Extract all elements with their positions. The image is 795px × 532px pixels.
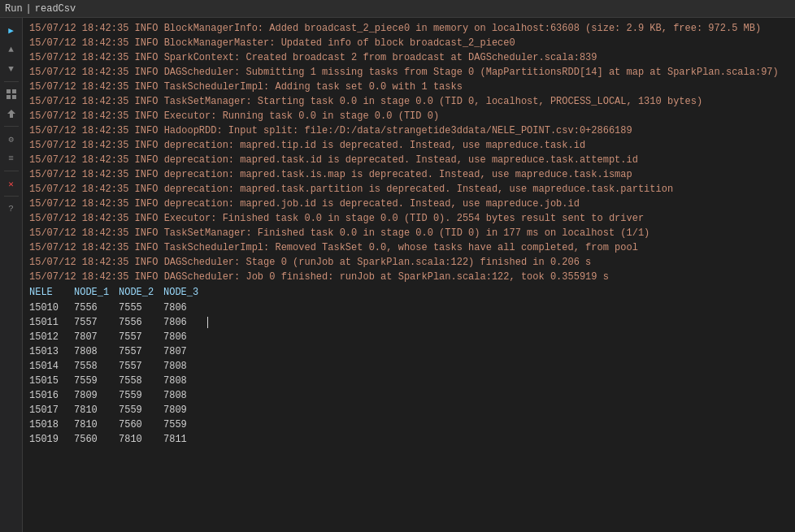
table-row: 15013780875577807 [29, 344, 788, 359]
table-cell: 7560 [119, 417, 163, 432]
table-row: 15018781075607559 [29, 417, 788, 432]
log-line: 15/07/12 18:42:35 INFO DAGScheduler: Job… [23, 270, 795, 284]
table-cell: 7808 [74, 344, 119, 359]
table-cell: 7807 [74, 330, 119, 344]
svg-marker-4 [7, 110, 15, 118]
table-cell: 7808 [163, 374, 208, 388]
log-line: 15/07/12 18:42:35 INFO DAGScheduler: Sta… [23, 255, 795, 270]
table-cell: 7808 [163, 359, 208, 374]
left-toolbar: ▶ ▲ ▼ ⚙ ≡ ✕ ? [0, 18, 23, 532]
table-header: NELENODE_1NODE_2NODE_3 [29, 284, 788, 301]
arrow-up-icon[interactable]: ▲ [2, 41, 20, 58]
table-cell: 15016 [29, 388, 74, 403]
table-cell: 7559 [119, 388, 163, 403]
import-icon[interactable] [2, 105, 20, 123]
table-cell: 7806 [163, 301, 208, 315]
title-separator: | [26, 3, 32, 15]
table-cell: 15013 [29, 344, 74, 359]
table-cell: 15015 [29, 374, 74, 388]
table-cell: 15018 [29, 417, 74, 432]
table-cell: 7558 [74, 359, 119, 374]
title-filename: readCsv [35, 3, 76, 15]
title-text: Run [5, 3, 23, 15]
table-header-cell: NODE_1 [74, 284, 119, 301]
log-line: 15/07/12 18:42:35 INFO TaskSetManager: F… [23, 226, 795, 240]
table-cell: 7808 [163, 388, 208, 403]
question-icon[interactable]: ? [2, 200, 20, 218]
table-cell: 7807 [163, 344, 208, 359]
data-table: NELENODE_1NODE_2NODE_3 15010755675557806… [29, 284, 788, 447]
table-cell: 7558 [119, 374, 163, 388]
table-cell: 7810 [74, 417, 119, 432]
log-line: 15/07/12 18:42:35 INFO deprecation: mapr… [23, 167, 795, 182]
table-cell: 7557 [119, 344, 163, 359]
table-row: 15014755875577808 [29, 359, 788, 374]
table-row: 15011755775567806 [29, 315, 788, 330]
table-cell: 7557 [119, 359, 163, 374]
close-icon[interactable]: ✕ [2, 175, 20, 192]
log-line: 15/07/12 18:42:35 INFO deprecation: mapr… [23, 138, 795, 153]
table-cell: 7809 [74, 388, 119, 403]
log-line: 15/07/12 18:42:35 INFO deprecation: mapr… [23, 182, 795, 197]
log-lines: 15/07/12 18:42:35 INFO BlockManagerInfo:… [23, 21, 795, 284]
settings-icon[interactable]: ⚙ [2, 130, 20, 148]
log-line: 15/07/12 18:42:35 INFO BlockManagerInfo:… [23, 21, 795, 36]
menu-icon[interactable]: ≡ [2, 149, 20, 167]
table-cell: 15010 [29, 301, 74, 315]
table-cell: 7806 [163, 315, 208, 330]
svg-rect-3 [12, 95, 16, 99]
svg-rect-1 [12, 89, 16, 93]
table-cell: 15012 [29, 330, 74, 344]
toolbar-separator-2 [4, 126, 19, 127]
log-line: 15/07/12 18:42:35 INFO TaskSetManager: S… [23, 94, 795, 109]
log-line: 15/07/12 18:42:35 INFO Executor: Finishe… [23, 211, 795, 226]
toolbar-separator-1 [4, 81, 19, 82]
table-area: NELENODE_1NODE_2NODE_3 15010755675557806… [23, 284, 795, 447]
table-cell: 7556 [119, 315, 163, 330]
table-header-cell: NODE_3 [163, 284, 208, 301]
log-line: 15/07/12 18:42:35 INFO BlockManagerMaste… [23, 36, 795, 50]
grid-icon[interactable] [2, 85, 20, 103]
log-line: 15/07/12 18:42:35 INFO deprecation: mapr… [23, 153, 795, 167]
table-cell: 7556 [74, 301, 119, 315]
main-layout: ▶ ▲ ▼ ⚙ ≡ ✕ ? 15/07/12 18:42:35 INFO Blo… [0, 18, 795, 532]
table-cell: 15017 [29, 403, 74, 417]
svg-rect-2 [7, 95, 11, 99]
table-cell: 7810 [119, 432, 163, 447]
toolbar-separator-3 [4, 171, 19, 171]
log-line: 15/07/12 18:42:35 INFO Executor: Running… [23, 109, 795, 123]
table-cell: 7809 [163, 403, 208, 417]
table-row: 15016780975597808 [29, 388, 788, 403]
table-cell: 7555 [119, 301, 163, 315]
table-cell: 7559 [119, 403, 163, 417]
content-area: 15/07/12 18:42:35 INFO BlockManagerInfo:… [23, 18, 795, 532]
table-header-cell: NELE [29, 284, 74, 301]
title-bar: Run | readCsv [0, 0, 795, 18]
toolbar-separator-4 [4, 196, 19, 197]
play-icon[interactable]: ▶ [2, 21, 20, 39]
log-line: 15/07/12 18:42:35 INFO HadoopRDD: Input … [23, 123, 795, 138]
table-cell: 7811 [163, 432, 208, 447]
table-cell: 7560 [74, 432, 119, 447]
table-header-cell: NODE_2 [119, 284, 163, 301]
arrow-down-icon[interactable]: ▼ [2, 60, 20, 78]
log-line: 15/07/12 18:42:35 INFO deprecation: mapr… [23, 197, 795, 211]
table-row: 15017781075597809 [29, 403, 788, 417]
log-line: 15/07/12 18:42:35 INFO TaskSchedulerImpl… [23, 80, 795, 94]
table-body: 1501075567555780615011755775567806150127… [29, 301, 788, 447]
table-row: 15015755975587808 [29, 374, 788, 388]
table-row: 15012780775577806 [29, 330, 788, 344]
table-cell: 7557 [74, 315, 119, 330]
table-cell: 7806 [163, 330, 208, 344]
table-row: 15019756078107811 [29, 432, 788, 447]
table-cell: 7559 [163, 417, 208, 432]
table-cell: 15019 [29, 432, 74, 447]
table-cell: 15011 [29, 315, 74, 330]
table-cell: 7810 [74, 403, 119, 417]
log-line: 15/07/12 18:42:35 INFO SparkContext: Cre… [23, 50, 795, 65]
log-area[interactable]: 15/07/12 18:42:35 INFO BlockManagerInfo:… [23, 18, 795, 532]
table-cell: 7557 [119, 330, 163, 344]
table-cell: 15014 [29, 359, 74, 374]
svg-rect-0 [7, 89, 11, 93]
log-line: 15/07/12 18:42:35 INFO TaskSchedulerImpl… [23, 240, 795, 255]
